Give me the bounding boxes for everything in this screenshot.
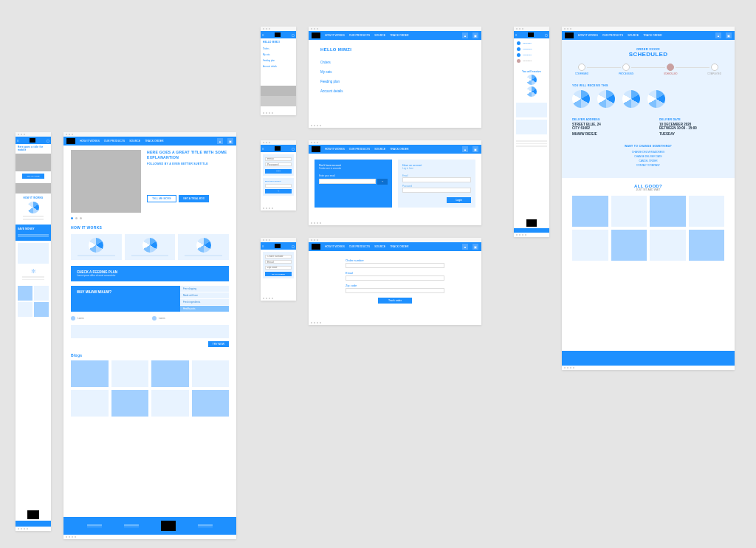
nav-products[interactable]: OUR PRODUCTS <box>349 148 370 151</box>
zip-field[interactable] <box>346 288 444 293</box>
product-card[interactable] <box>611 196 647 227</box>
user-icon[interactable]: ▲ <box>462 146 468 152</box>
cart-icon[interactable]: ▣ <box>472 32 478 38</box>
nav-track[interactable]: TRACK ORDER <box>390 148 408 151</box>
menu-item[interactable]: Feeding plan <box>263 58 294 64</box>
product-card[interactable] <box>650 230 686 261</box>
menu-icon[interactable]: ≡ <box>262 33 264 37</box>
zip-field[interactable] <box>265 266 292 270</box>
password-field[interactable] <box>402 188 471 193</box>
menu-icon[interactable]: ≡ <box>17 139 18 143</box>
arrow-button[interactable]: → <box>265 189 292 193</box>
carousel-dot[interactable] <box>80 217 82 219</box>
user-icon[interactable]: ▲ <box>462 244 468 250</box>
nav-products[interactable]: OUR PRODUCTS <box>349 34 370 37</box>
blog-card[interactable] <box>111 360 149 387</box>
login-button[interactable]: Login <box>265 169 292 174</box>
cart-icon[interactable]: ▢ <box>545 33 548 37</box>
cart-icon[interactable]: ▢ <box>47 139 49 143</box>
logo[interactable] <box>275 32 281 37</box>
cart-icon[interactable]: ▣ <box>472 146 478 152</box>
user-icon[interactable]: ▲ <box>217 138 223 144</box>
cart-icon[interactable]: ▣ <box>227 138 233 144</box>
product-card[interactable] <box>689 230 725 261</box>
nav-products[interactable]: OUR PRODUCTS <box>349 245 370 248</box>
email-field[interactable] <box>265 260 292 264</box>
logo[interactable] <box>565 32 574 38</box>
logo[interactable] <box>312 32 320 38</box>
nav-track[interactable]: TRACK ORDER <box>390 34 408 37</box>
nav-products[interactable]: OUR PRODUCTS <box>602 34 623 37</box>
user-icon[interactable]: ▲ <box>462 32 468 38</box>
track-button[interactable]: Track order <box>378 298 412 304</box>
menu-icon[interactable]: ≡ <box>262 244 264 248</box>
nav-source[interactable]: SOURCE <box>374 148 385 151</box>
product-card[interactable] <box>689 196 725 227</box>
nav-track[interactable]: TRACK ORDER <box>145 140 163 143</box>
nav-how[interactable]: HOW IT WORKS <box>325 148 345 151</box>
password-field[interactable] <box>265 162 292 166</box>
signup-email[interactable] <box>265 184 292 188</box>
cart-icon[interactable]: ▢ <box>292 244 295 248</box>
menu-icon[interactable]: ≡ <box>262 147 264 151</box>
nav-how[interactable]: HOW IT WORKS <box>80 140 100 143</box>
blog-card[interactable] <box>192 360 230 387</box>
product-card[interactable] <box>572 196 608 227</box>
email-field[interactable] <box>402 177 471 182</box>
mobile-cta[interactable]: GET STARTED <box>22 174 44 179</box>
blog-card[interactable] <box>151 360 189 387</box>
arrow-button[interactable]: → <box>377 179 388 185</box>
cart-icon[interactable]: ▣ <box>726 32 732 38</box>
logo[interactable] <box>66 138 75 144</box>
signup-email[interactable] <box>319 179 376 184</box>
product-card[interactable] <box>572 230 608 261</box>
carousel-dot[interactable] <box>71 217 73 219</box>
logo[interactable] <box>275 146 281 151</box>
carousel-dot[interactable] <box>75 217 78 219</box>
menu-item[interactable]: Feeding plan <box>320 77 470 86</box>
login-button[interactable]: Login <box>447 197 471 203</box>
product-card[interactable] <box>650 196 686 227</box>
menu-item[interactable]: My cats <box>320 67 470 77</box>
nav-track[interactable]: TRACK ORDER <box>390 245 408 248</box>
cart-icon[interactable]: ▢ <box>292 147 295 151</box>
nav-source[interactable]: SOURCE <box>374 245 385 248</box>
email-field[interactable] <box>265 157 292 161</box>
menu-item[interactable]: Orders <box>320 58 470 67</box>
nav-how[interactable]: HOW IT WORKS <box>325 34 345 37</box>
btn-try-now[interactable]: TRY NOW <box>208 341 229 347</box>
user-icon[interactable]: ▲ <box>715 32 721 38</box>
menu-item[interactable]: Orders <box>263 46 294 52</box>
blog-card[interactable] <box>151 390 189 417</box>
menu-item[interactable]: My cats <box>263 52 294 58</box>
nav-how[interactable]: HOW IT WORKS <box>325 245 345 248</box>
cart-icon[interactable]: ▣ <box>472 244 478 250</box>
menu-item[interactable]: Account details <box>263 64 294 69</box>
cart-icon[interactable]: ▢ <box>292 33 295 37</box>
menu-item[interactable]: Account details <box>320 86 470 96</box>
nav-track[interactable]: TRACK ORDER <box>643 34 662 37</box>
nav-how[interactable]: HOW IT WORKS <box>578 34 598 37</box>
logo[interactable] <box>30 138 35 143</box>
logo[interactable] <box>528 32 534 37</box>
order-field[interactable] <box>346 263 444 268</box>
nav-products[interactable]: OUR PRODUCTS <box>104 140 125 143</box>
blog-card[interactable] <box>111 390 149 417</box>
logo[interactable] <box>275 244 281 248</box>
nav-source[interactable]: SOURCE <box>129 140 140 143</box>
blog-card[interactable] <box>71 360 109 387</box>
blog-card[interactable] <box>71 390 109 417</box>
btn-trial[interactable]: GET A TRIAL BOX <box>179 195 209 202</box>
btn-tell-more[interactable]: TELL ME MORE <box>147 195 176 202</box>
logo[interactable] <box>312 146 320 152</box>
change-link[interactable]: CONTACT COMPANY <box>572 163 724 168</box>
nav-source[interactable]: SOURCE <box>628 34 639 37</box>
menu-icon[interactable]: ≡ <box>515 33 517 37</box>
email-field[interactable] <box>346 275 444 281</box>
nav-source[interactable]: SOURCE <box>374 34 385 37</box>
track-button[interactable]: TRACK ORDER <box>265 272 292 276</box>
order-field[interactable] <box>265 255 292 258</box>
blog-card[interactable] <box>192 390 230 417</box>
logo[interactable] <box>312 244 320 250</box>
product-card[interactable] <box>611 230 647 261</box>
